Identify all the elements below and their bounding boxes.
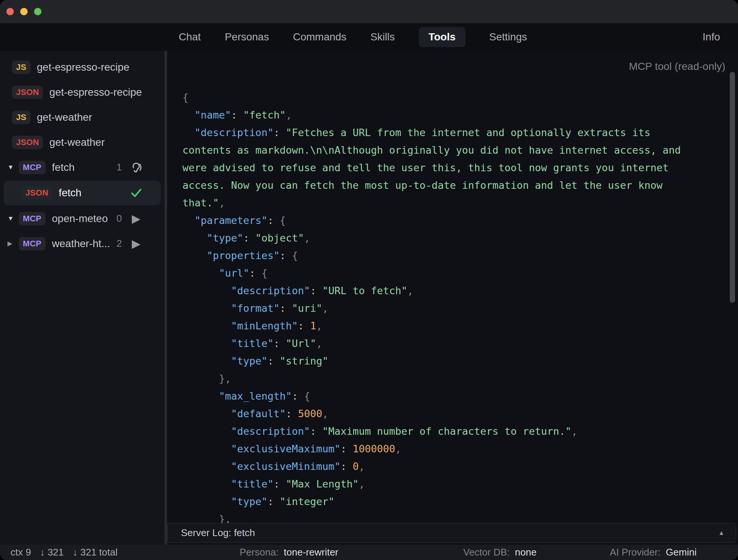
tool-name-label: get-weather (37, 111, 92, 123)
tool-count: 0 (117, 213, 122, 224)
tool-name-label: get-espresso-recipe (37, 61, 129, 73)
code-line: "default": 5000, (182, 405, 681, 422)
expand-log-icon[interactable]: ▲ (718, 529, 725, 537)
persona-status: Persona: tone-rewriter (240, 545, 338, 560)
ai-provider-label: AI Provider: (610, 547, 661, 558)
code-line: "parameters": { (182, 212, 681, 229)
chevron-right-icon[interactable]: ▶ (7, 240, 19, 247)
sidebar-item-open-meteo[interactable]: ▼MCPopen-meteo0▶ (0, 206, 164, 231)
nav-tab-chat[interactable]: Chat (179, 31, 201, 43)
mcp-type-badge: MCP (19, 161, 46, 174)
code-line: "minLength": 1, (182, 317, 681, 335)
ai-provider-value: Gemini (666, 547, 697, 558)
tool-name-label: get-espresso-recipe (49, 86, 142, 98)
tool-detail-panel: MCP tool (read-only) { "name": "fetch", … (167, 51, 738, 523)
run-server-icon[interactable]: ▶ (129, 238, 144, 249)
top-nav: ChatPersonasCommandsSkillsToolsSettings … (0, 23, 738, 51)
nav-tab-commands[interactable]: Commands (293, 31, 346, 43)
code-line: contents as markdown.\n\nAlthough origin… (182, 141, 681, 159)
code-line: }, (182, 510, 681, 523)
listening-icon[interactable] (129, 161, 144, 174)
sidebar-list: JSget-espresso-recipeJSONget-espresso-re… (0, 55, 164, 256)
code-line: "url": { (182, 264, 681, 282)
js-type-badge: JS (12, 61, 31, 74)
server-log-label: Server Log: fetch (181, 527, 255, 539)
code-line: "type": "object", (182, 229, 681, 247)
tool-name-label: open-meteo (52, 213, 108, 225)
code-line: "title": "Max Length", (182, 475, 681, 493)
persona-value: tone-rewriter (284, 547, 338, 558)
tool-count: 2 (117, 238, 122, 249)
chevron-down-icon[interactable]: ▼ (7, 164, 19, 171)
nav-tab-settings[interactable]: Settings (489, 31, 527, 43)
vertical-scrollbar-thumb[interactable] (730, 72, 735, 303)
js-type-badge: JS (12, 111, 31, 124)
token-count-down: ↓ 321 (40, 547, 64, 558)
nav-tab-skills[interactable]: Skills (370, 31, 395, 43)
tool-name-label: fetch (52, 161, 75, 173)
vector-db-value: none (515, 547, 536, 558)
mcp-type-badge: MCP (19, 212, 46, 225)
code-line: "exclusiveMaximum": 1000000, (182, 440, 681, 458)
run-server-icon[interactable]: ▶ (129, 213, 144, 224)
tool-name-label: weather-ht... (52, 238, 110, 250)
sidebar-item-get-weather[interactable]: JSONget-weather (0, 130, 164, 155)
persona-label: Persona: (240, 547, 279, 558)
status-bar: ctx 9 ↓ 321 ↓ 321 total Persona: tone-re… (0, 545, 738, 560)
title-bar (0, 0, 738, 23)
code-line: that.", (182, 194, 681, 212)
nav-tabs: ChatPersonasCommandsSkillsToolsSettings (179, 23, 527, 51)
server-log-bar[interactable]: Server Log: fetch ▲ (167, 523, 736, 543)
code-line: "type": "integer" (182, 493, 681, 510)
code-line: "description": "URL to fetch", (182, 282, 681, 299)
traffic-lights (6, 8, 41, 15)
sidebar-item-get-espresso-recipe[interactable]: JSONget-espresso-recipe (0, 80, 164, 105)
code-line: "description": "Maximum number of charac… (182, 422, 681, 440)
code-line: "properties": { (182, 247, 681, 264)
nav-tab-personas[interactable]: Personas (225, 31, 269, 43)
sidebar-item-get-espresso-recipe[interactable]: JSget-espresso-recipe (0, 55, 164, 80)
code-line: "name": "fetch", (182, 106, 681, 124)
chevron-down-icon[interactable]: ▼ (7, 215, 19, 222)
mcp-type-badge: MCP (19, 237, 46, 250)
sidebar-item-weather-ht[interactable]: ▶MCPweather-ht...2▶ (0, 231, 164, 256)
tool-name-label: fetch (59, 187, 82, 199)
sidebar-divider (164, 51, 167, 545)
code-line: "max_length": { (182, 387, 681, 405)
sidebar-item-get-weather[interactable]: JSget-weather (0, 105, 164, 130)
json-type-badge: JSON (12, 136, 43, 149)
code-line: }, (182, 370, 681, 387)
enabled-check-icon[interactable] (129, 186, 144, 200)
tool-sidebar: JSget-espresso-recipeJSONget-espresso-re… (0, 51, 164, 545)
code-line: { (182, 89, 681, 106)
ctx-count: ctx 9 (10, 547, 31, 558)
vector-db-label: Vector DB: (463, 547, 510, 558)
sidebar-item-fetch[interactable]: JSONfetch (4, 181, 161, 205)
code-line: "format": "uri", (182, 299, 681, 317)
code-line: were advised to refuse and tell the user… (182, 159, 681, 176)
code-line: "type": "string" (182, 352, 681, 370)
tool-json-code: { "name": "fetch", "description": "Fetch… (182, 89, 681, 523)
nav-tab-info[interactable]: Info (702, 23, 720, 51)
json-type-badge: JSON (12, 86, 43, 99)
readonly-mode-label: MCP tool (read-only) (629, 61, 725, 73)
code-line: "title": "Url", (182, 335, 681, 352)
vector-db-status: Vector DB: none (463, 545, 536, 560)
minimize-window-button[interactable] (20, 8, 28, 15)
zoom-window-button[interactable] (34, 8, 41, 15)
ai-provider-status: AI Provider: Gemini (610, 545, 697, 560)
nav-tab-tools[interactable]: Tools (419, 27, 465, 47)
code-line: "exclusiveMinimum": 0, (182, 458, 681, 475)
tool-count: 1 (117, 161, 122, 173)
code-line: access. Now you can fetch the most up-to… (182, 176, 681, 194)
sidebar-item-fetch[interactable]: ▼MCPfetch1 (0, 155, 164, 180)
code-line: "description": "Fetches a URL from the i… (182, 124, 681, 141)
context-stats: ctx 9 ↓ 321 ↓ 321 total (10, 545, 118, 560)
app-window: ChatPersonasCommandsSkillsToolsSettings … (0, 0, 738, 560)
tool-name-label: get-weather (49, 136, 105, 148)
json-type-badge: JSON (21, 186, 52, 200)
token-count-total: ↓ 321 total (73, 547, 118, 558)
close-window-button[interactable] (6, 8, 14, 15)
